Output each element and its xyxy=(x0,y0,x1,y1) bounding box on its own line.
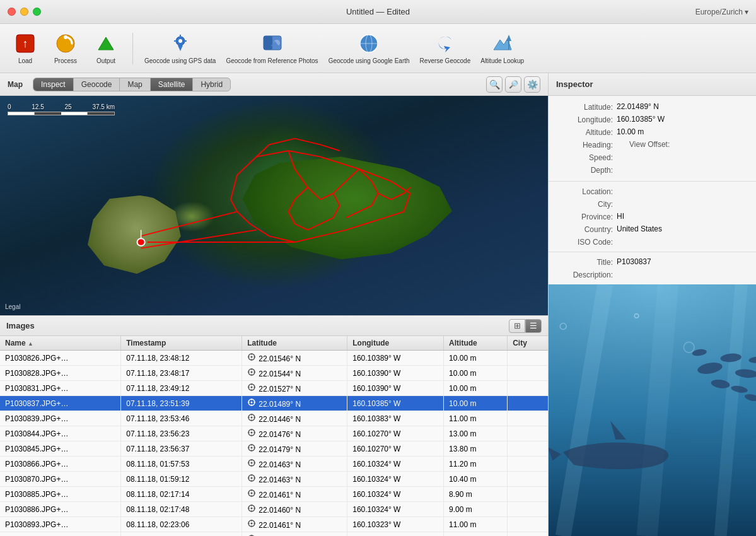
grid-icon: ⊞ xyxy=(514,321,521,330)
cell-latitude: 22.01461° N xyxy=(242,487,347,502)
svg-point-93 xyxy=(251,523,253,525)
scale-labels: 0 12.5 25 37.5 km xyxy=(8,103,115,110)
inspector-header: Inspector xyxy=(549,73,756,96)
geocode-gps-button[interactable]: Geocode using GPS data xyxy=(141,30,219,67)
table-row[interactable]: P1030870.JPG+… 08.11.18, 01:59:12 22.014… xyxy=(0,472,548,487)
tab-satellite[interactable]: Satellite xyxy=(151,78,194,91)
gps-icon xyxy=(247,504,256,513)
satellite-background: 0 12.5 25 37.5 km Legal xyxy=(0,96,548,315)
tab-inspect[interactable]: Inspect xyxy=(33,78,74,91)
col-timestamp[interactable]: Timestamp xyxy=(121,336,242,351)
images-table: Name ▲ Timestamp Latitude Longitude Alti… xyxy=(0,336,548,536)
tab-geocode[interactable]: Geocode xyxy=(74,78,120,91)
longitude-label: Longitude: xyxy=(556,115,613,124)
province-label: Province: xyxy=(556,212,613,221)
latitude-value: 22.01489° N xyxy=(617,102,748,112)
cell-timestamp: 08.11.18, 02:17:14 xyxy=(121,487,242,502)
geocode-google-button[interactable]: Geocode using Google Earth xyxy=(325,30,414,67)
table-row[interactable]: P1030893.JPG+… 08.11.18, 02:23:06 22.014… xyxy=(0,517,548,532)
inspector-geo-fields: Latitude: 22.01489° N Longitude: 160.103… xyxy=(549,96,756,182)
table-row[interactable]: P1030885.JPG+… 08.11.18, 02:17:14 22.014… xyxy=(0,487,548,502)
altitude-lookup-icon xyxy=(491,32,514,55)
table-row[interactable]: P1030839.JPG+… 07.11.18, 23:53:46 22.014… xyxy=(0,411,548,426)
cell-city xyxy=(508,426,548,441)
maximize-button[interactable] xyxy=(33,8,41,16)
map-controls: 🔍 🔎 ⚙️ xyxy=(486,76,540,93)
table-row[interactable]: P1030845.JPG+… 07.11.18, 23:56:37 22.014… xyxy=(0,441,548,457)
table-row[interactable]: P1030866.JPG+… 08.11.18, 01:57:53 22.014… xyxy=(0,457,548,472)
geocode-ref-button[interactable]: Geocode from Reference Photos xyxy=(222,30,322,67)
table-row[interactable]: P1030886.JPG+… 08.11.18, 02:17:48 22.014… xyxy=(0,502,548,517)
table-row[interactable]: P1030826.JPG+… 07.11.18, 23:48:12 22.015… xyxy=(0,351,548,366)
gps-icon xyxy=(247,398,256,407)
cell-longitude: 160.10270° W xyxy=(347,426,444,441)
cell-city xyxy=(508,532,548,537)
timezone-selector[interactable]: Europe/Zurich ▾ xyxy=(695,8,748,16)
list-view-button[interactable]: ☰ xyxy=(525,319,542,333)
images-header: Images ⊞ ☰ xyxy=(0,316,548,336)
table-row[interactable]: P1030895.JPG+… 08.11.18, 02:25:35 22.014… xyxy=(0,532,548,537)
svg-point-39 xyxy=(251,387,253,388)
cell-timestamp: 08.11.18, 02:17:48 xyxy=(121,502,242,517)
cell-longitude: 160.10385° W xyxy=(347,396,444,411)
cell-latitude: 22.01479° N xyxy=(242,441,347,457)
map-area[interactable]: 0 12.5 25 37.5 km Legal xyxy=(0,96,548,315)
cell-timestamp: 07.11.18, 23:51:39 xyxy=(121,396,242,411)
reverse-geocode-button[interactable]: Reverse Geocode xyxy=(416,30,475,67)
altitude-lookup-label: Altitude Lookup xyxy=(480,57,524,64)
table-row[interactable]: P1030831.JPG+… 07.11.18, 23:49:12 22.015… xyxy=(0,381,548,396)
output-button[interactable]: Output xyxy=(87,30,125,67)
inspector-panel: Inspector Latitude: 22.01489° N Longitud… xyxy=(548,73,756,536)
cell-longitude: 160.10324° W xyxy=(347,457,444,472)
altitude-lookup-button[interactable]: Altitude Lookup xyxy=(477,30,528,67)
cell-longitude: 160.10389° W xyxy=(347,351,444,366)
table-row[interactable]: P1030844.JPG+… 07.11.18, 23:56:23 22.014… xyxy=(0,426,548,441)
cell-timestamp: 08.11.18, 02:23:06 xyxy=(121,517,242,532)
cell-city xyxy=(508,381,548,396)
legal-text[interactable]: Legal xyxy=(5,303,20,310)
location-label: Location: xyxy=(556,187,613,196)
cell-latitude: 22.01461° N xyxy=(242,517,347,532)
geocode-google-label: Geocode using Google Earth xyxy=(329,57,410,64)
table-row[interactable]: P1030828.JPG+… 07.11.18, 23:48:17 22.015… xyxy=(0,366,548,381)
col-altitude[interactable]: Altitude xyxy=(444,336,508,351)
toolbar-group-main: ↑ Load Process Output xyxy=(6,30,125,67)
heading-value: View Offset: xyxy=(617,140,748,149)
close-button[interactable] xyxy=(8,8,16,16)
tab-hybrid[interactable]: Hybrid xyxy=(193,78,230,91)
gps-icon xyxy=(247,383,256,392)
cell-latitude: 22.01476° N xyxy=(242,426,347,441)
col-city[interactable]: City xyxy=(508,336,548,351)
image-table: Name ▲ Timestamp Latitude Longitude Alti… xyxy=(0,336,548,536)
svg-point-6 xyxy=(178,39,182,43)
cell-latitude: 22.01527° N xyxy=(242,381,347,396)
load-button[interactable]: ↑ Load xyxy=(6,30,44,67)
geocode-gps-icon xyxy=(169,32,192,55)
process-icon xyxy=(54,32,77,55)
zoom-in-button[interactable]: 🔎 xyxy=(505,76,521,93)
cell-city xyxy=(508,517,548,532)
tab-map[interactable]: Map xyxy=(120,78,150,91)
col-name[interactable]: Name ▲ xyxy=(0,336,121,351)
process-button[interactable]: Process xyxy=(47,30,84,67)
cell-longitude: 160.10390° W xyxy=(347,381,444,396)
grid-view-button[interactable]: ⊞ xyxy=(509,319,525,333)
cell-name: P1030844.JPG+… xyxy=(0,426,121,441)
zoom-out-button[interactable]: 🔍 xyxy=(486,76,503,93)
scale-0: 0 xyxy=(8,103,11,110)
iso-code-label: ISO Code: xyxy=(556,237,613,247)
minimize-button[interactable] xyxy=(20,8,28,16)
col-longitude[interactable]: Longitude xyxy=(347,336,444,351)
svg-point-87 xyxy=(251,508,253,510)
table-row[interactable]: P1030837.JPG+… 07.11.18, 23:51:39 22.014… xyxy=(0,396,548,411)
city-value xyxy=(617,199,748,209)
cell-name: P1030885.JPG+… xyxy=(0,487,121,502)
island-main xyxy=(230,151,477,271)
gps-icon xyxy=(247,474,256,482)
gps-icon xyxy=(247,413,256,422)
cell-timestamp: 07.11.18, 23:53:46 xyxy=(121,411,242,426)
map-settings-button[interactable]: ⚙️ xyxy=(524,76,540,93)
window-title: Untitled — Edited xyxy=(346,7,410,16)
col-latitude[interactable]: Latitude xyxy=(242,336,347,351)
cell-timestamp: 07.11.18, 23:56:23 xyxy=(121,426,242,441)
